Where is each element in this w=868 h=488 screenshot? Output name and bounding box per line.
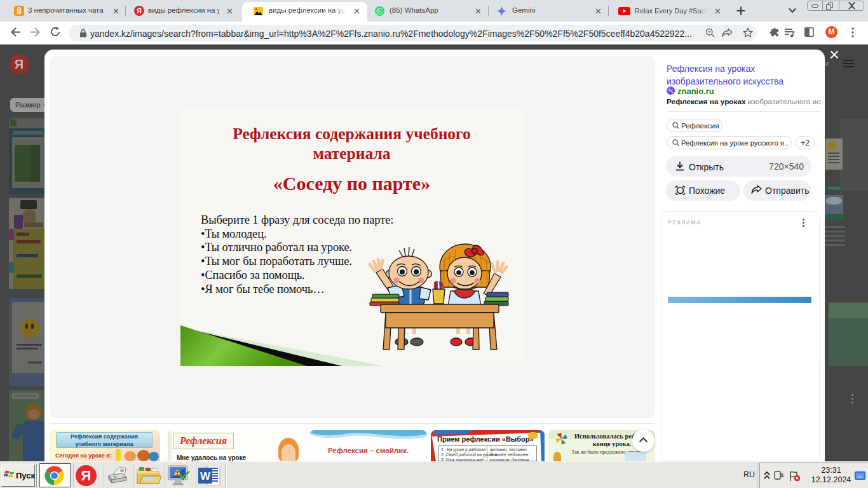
svg-text:W: W xyxy=(200,470,211,482)
svg-text:Я: Я xyxy=(137,7,142,15)
